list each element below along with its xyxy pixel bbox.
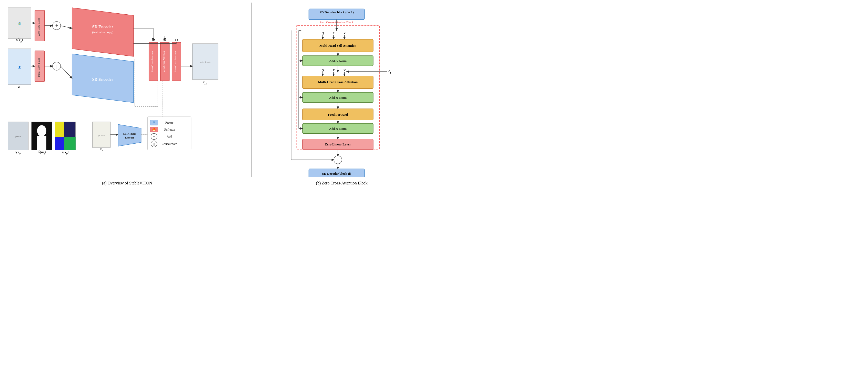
k1-label: K [333,31,335,35]
freeze-label: Freeze [165,121,174,124]
svg-rect-36 [55,137,64,150]
svg-text:👤: 👤 [18,65,21,69]
initial-conv-layer-label: Initial Conv Layer [37,58,40,77]
q2-label: Q [322,68,324,72]
main-container: 🎽 ε(xc) 👤 zt Zero Conv Layer Initial Con… [0,0,434,180]
concat-symbol: || [56,64,57,69]
svg-line-15 [61,26,72,28]
mhca-label: Multi-Head Cross-Attention [318,80,358,84]
label-xc: xc [100,147,103,152]
mhsa-label: Multi-Head Self-Attention [319,44,356,48]
svg-rect-37 [64,137,75,150]
clip-encoder-label-1: CLIP Image [123,132,136,135]
v2-label: V [343,68,346,72]
svg-rect-35 [55,122,64,137]
section-divider [251,3,252,177]
right-caption: (b) Zero Cross-Attention Block [254,181,429,185]
svg-text:noisy image: noisy image [200,61,211,63]
label-ea-xa: ε(xa) [15,150,21,155]
label-ep-xp: ε(xp) [62,150,68,155]
left-diagram: 🎽 ε(xc) 👤 zt Zero Conv Layer Initial Con… [5,3,249,177]
svg-text:🎽: 🎽 [18,22,21,25]
freeze-icon: ❄ [153,121,156,124]
svg-marker-41 [118,124,141,146]
sd-encoder-label: SD Encoder [92,77,113,82]
add-label: Add [167,135,172,138]
q1-label: Q [322,31,324,35]
zero-cross-attention-c3: Zero Cross-Attention [151,51,154,72]
unfreeze-label: Unfreeze [164,128,175,131]
caption-row: (a) Overview of StableVITON (b) Zero Cro… [0,180,434,188]
svg-text:garment: garment [98,134,105,137]
ci-label: ci [389,69,391,74]
sd-decoder-bottom-label: SD Decoder block (i) [322,172,351,175]
svg-point-32 [37,125,46,137]
k2-label: K [333,68,335,72]
svg-text:person: person [15,135,21,138]
zero-linear-layer-label: Zero Linear Layer [325,143,351,146]
right-diagram-svg: SD Decoder block (i + 1) Zero Cross-Atte… [254,5,429,177]
feed-forward-label: Feed Forward [328,113,348,116]
zero-cross-attention-c2: Zero Cross-Attention [163,51,165,72]
add-norm-3-label: Add & Norm [329,127,347,130]
concat-legend-icon: || [153,142,155,146]
add-norm-1-label: Add & Norm [329,59,347,63]
label-ec-xc: ε(xc) [16,38,23,43]
label-R-ma: ℛ(ma) [37,150,46,155]
add-circle-right: + [337,157,339,163]
svg-line-14 [61,66,72,78]
zero-conv-layer-label: Zero Conv Layer [37,18,40,36]
c2-label: c₂ [163,37,167,41]
sd-encoder-trainable-sublabel: (trainable copy) [92,30,113,34]
add-symbol: + [55,23,58,28]
label-zt-minus1: zt-1 [203,80,207,85]
v1-label: V [343,31,346,35]
zero-cross-attention-c1: Zero Cross-Attention [174,51,177,72]
right-diagram: SD Decoder block (i + 1) Zero Cross-Atte… [254,3,429,177]
unfreeze-icon: 🔥 [152,127,156,131]
concatenate-label: Concatenate [162,142,177,146]
c3-label: c₃ [152,37,155,41]
clip-encoder-label-2: Encoder [125,136,134,139]
left-caption: (a) Overview of StableVITON [5,181,249,185]
add-legend-icon: + [153,135,155,139]
sd-decoder-top-label: SD Decoder block (i + 1) [320,10,354,14]
svg-rect-33 [37,136,46,150]
left-diagram-svg: 🎽 ε(xc) 👤 zt Zero Conv Layer Initial Con… [5,3,249,177]
c1-label: c₁ [175,37,178,41]
label-zt: zt [18,85,21,90]
add-norm-2-label: Add & Norm [329,96,347,99]
sd-encoder-trainable-label: SD Encoder [92,25,113,29]
